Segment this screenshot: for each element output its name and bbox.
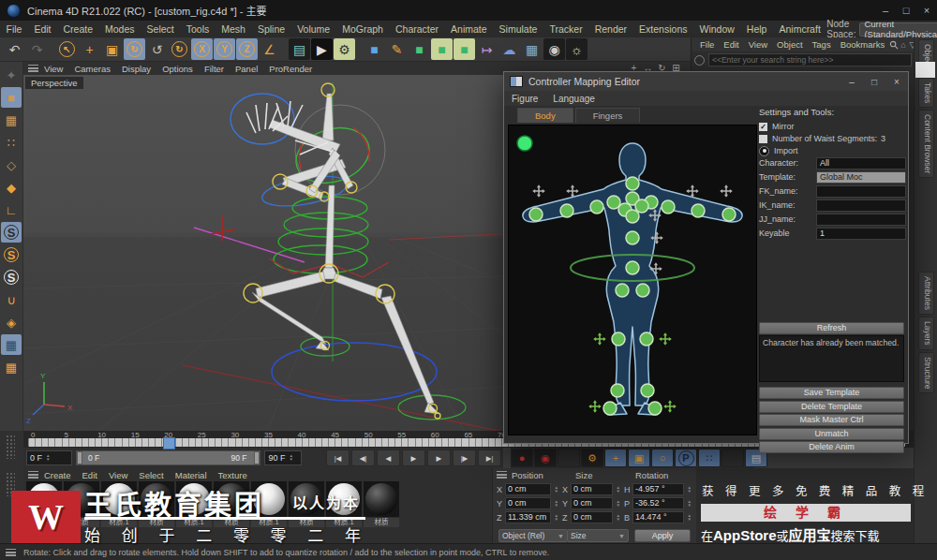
menu-item[interactable]: Mesh <box>216 23 252 35</box>
keying-icon[interactable] <box>721 449 744 467</box>
material-item[interactable]: 材质 <box>214 481 249 527</box>
panel-tab[interactable]: Content Browser <box>918 110 934 178</box>
magnet-icon[interactable]: ∪ <box>1 289 22 310</box>
material-preview-sphere[interactable] <box>326 481 362 517</box>
maximize-button[interactable]: □ <box>896 5 916 16</box>
live-selection-icon[interactable]: ↖ <box>56 38 78 60</box>
stepper-icon[interactable]: ▲▼ <box>617 514 620 522</box>
size-value-field[interactable]: 0 cm <box>571 483 613 495</box>
stepper-icon[interactable]: ▲▼ <box>617 486 620 494</box>
stepper-icon[interactable]: ▲▼ <box>289 454 292 462</box>
coordinate-mode-dropdown[interactable]: Object (Rel)▼ <box>498 529 568 542</box>
material-preview-sphere[interactable] <box>364 481 399 517</box>
close-button[interactable]: × <box>916 5 937 16</box>
material-preview-sphere[interactable] <box>26 481 62 517</box>
stepper-icon[interactable]: ▲▼ <box>617 500 620 508</box>
mirror-checkbox[interactable]: ✓ <box>759 123 767 131</box>
material-preview-sphere[interactable] <box>101 481 137 517</box>
stepper-icon[interactable]: ▲▼ <box>555 486 558 494</box>
quantize-icon[interactable]: S <box>1 267 22 287</box>
spline-pen-icon[interactable]: ✎ <box>386 38 408 60</box>
dialog-close-button[interactable]: × <box>885 77 908 87</box>
search-icon[interactable] <box>889 40 899 50</box>
menu-item[interactable]: Simulate <box>493 23 543 35</box>
material-item[interactable]: 材质.1 <box>26 481 62 527</box>
dialog-action-button[interactable]: Delete Anim <box>759 441 904 453</box>
viewport-menu-item[interactable]: Cameras <box>68 64 116 74</box>
make-editable-icon[interactable]: ✦ <box>1 65 22 85</box>
viewport-menu-item[interactable]: Display <box>116 64 156 74</box>
material-preview-sphere[interactable] <box>139 481 174 517</box>
menu-item[interactable]: Window <box>693 23 740 35</box>
material-item[interactable]: 材质.1 <box>101 481 137 527</box>
edges-mode-icon[interactable]: ◇ <box>1 155 22 175</box>
menu-item[interactable]: Create <box>57 23 99 35</box>
dialog-action-button[interactable]: Unmatch <box>759 428 904 440</box>
field-input[interactable] <box>816 185 906 198</box>
viewport-menu-item[interactable]: Options <box>156 64 199 74</box>
render-view-icon[interactable]: ▤ <box>289 38 310 60</box>
menu-item[interactable]: Spline <box>251 23 290 35</box>
objects-menu-item[interactable]: Tags <box>808 39 836 50</box>
objects-menu-item[interactable]: File <box>695 39 719 50</box>
workplane-grid-icon[interactable]: ▦ <box>1 357 22 377</box>
position-value-field[interactable]: 0 cm <box>505 483 551 495</box>
last-tool-icon[interactable]: ↻ <box>169 38 190 60</box>
material-menu-icon[interactable] <box>28 471 38 479</box>
rotation-value-field[interactable]: -4.957 ° <box>632 483 684 495</box>
viewport-menu-icon[interactable] <box>28 65 38 72</box>
viewport-menu-item[interactable]: Panel <box>230 64 263 74</box>
menu-item[interactable]: Help <box>740 23 773 35</box>
panel-tab[interactable]: Attributes <box>918 272 934 315</box>
menu-item[interactable]: Edit <box>28 23 57 35</box>
current-frame-field[interactable]: 0 F▲▼ <box>26 450 72 465</box>
home-icon[interactable]: ⌂ <box>899 40 907 50</box>
waist-checkbox[interactable] <box>759 135 767 143</box>
search-input[interactable] <box>708 53 912 66</box>
material-menu-item[interactable]: Create <box>38 470 77 480</box>
menu-item[interactable]: Volume <box>291 23 336 35</box>
viewport-view-label[interactable]: Perspective <box>25 77 83 89</box>
minimize-button[interactable]: – <box>875 5 896 16</box>
dialog-action-button[interactable]: Save Template <box>759 387 904 399</box>
next-frame-button[interactable]: ▶ <box>427 449 451 466</box>
field-input[interactable] <box>816 199 906 212</box>
objects-menu-item[interactable]: View <box>744 39 772 50</box>
panel-tab[interactable]: Layers <box>918 317 934 350</box>
workplane-icon[interactable]: ∟ <box>1 199 22 220</box>
range-end-handle[interactable] <box>254 451 260 464</box>
panel-tab[interactable]: Structure <box>918 352 934 394</box>
waist-value[interactable]: 3 <box>881 134 906 143</box>
dialog-minimize-button[interactable]: – <box>840 77 863 87</box>
key-scale-icon[interactable]: ▣ <box>628 449 650 467</box>
dialog-tab[interactable]: Body <box>517 108 573 123</box>
subdivision-surface-icon[interactable]: ■ <box>409 38 430 60</box>
preview-range-slider[interactable]: 0 F 90 F <box>76 450 260 465</box>
material-preview-sphere[interactable] <box>176 481 212 517</box>
goto-start-button[interactable]: |◀ <box>326 449 350 466</box>
generator-icon[interactable]: ■ <box>431 38 453 60</box>
menu-item[interactable]: Character <box>389 23 444 35</box>
size-value-field[interactable]: 0 cm <box>571 497 613 509</box>
material-item[interactable]: 材质 <box>139 481 174 527</box>
viewport-menu-item[interactable]: Filter <box>199 64 230 74</box>
dialog-action-button[interactable]: Delete Template <box>759 401 904 413</box>
stepper-icon[interactable]: ▲▼ <box>688 514 692 522</box>
dialog-menu-item[interactable]: Figure <box>504 94 545 104</box>
field-input[interactable]: All <box>816 157 906 169</box>
material-menu-item[interactable]: Select <box>133 470 169 480</box>
field-input[interactable]: 1 <box>816 228 906 240</box>
record-active-objects-icon[interactable]: ● <box>511 449 533 467</box>
menu-item[interactable]: Extensions <box>633 23 693 35</box>
size-mode-dropdown[interactable]: Size▼ <box>567 529 629 542</box>
move-tool-icon[interactable]: + <box>79 38 100 60</box>
next-key-button[interactable]: |▶ <box>453 449 476 466</box>
play-button[interactable]: ▶ <box>402 449 425 466</box>
z-axis-lock-icon[interactable]: Z <box>236 38 258 60</box>
material-menu-item[interactable]: Edit <box>77 470 103 480</box>
field-input[interactable] <box>816 214 906 226</box>
end-frame-field[interactable]: 90 F▲▼ <box>264 450 302 465</box>
apply-button[interactable]: Apply <box>634 529 691 542</box>
enable-snap-icon[interactable]: S <box>1 222 22 243</box>
texture-mode-icon[interactable]: ▦ <box>1 110 22 130</box>
